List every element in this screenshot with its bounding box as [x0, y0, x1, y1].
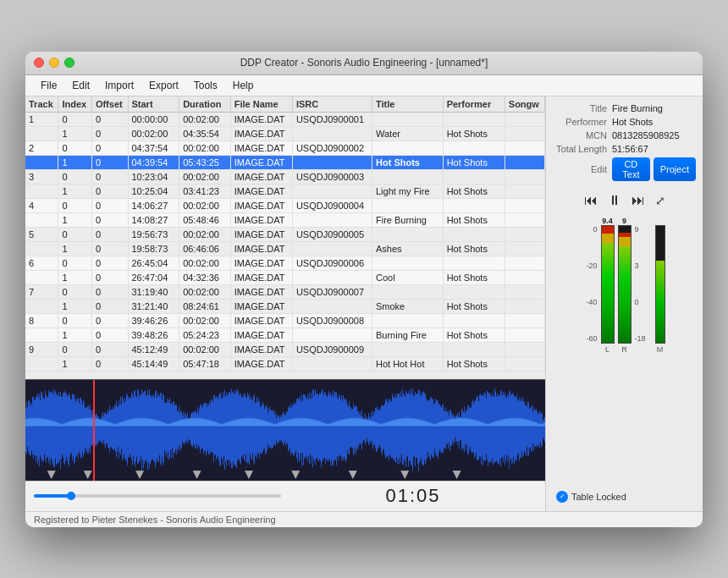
menu-edit[interactable]: Edit: [65, 78, 97, 93]
table-cell: IMAGE.DAT: [230, 313, 292, 328]
table-row[interactable]: 30010:23:0400:02:00IMAGE.DATUSQDJ0900003: [25, 169, 545, 184]
table-cell: [505, 169, 544, 184]
table-cell: [25, 241, 58, 256]
table-cell: Smoke: [372, 299, 444, 313]
table-cell: IMAGE.DAT: [230, 212, 292, 227]
table-cell: IMAGE.DAT: [230, 256, 292, 270]
table-row[interactable]: 90045:12:4900:02:00IMAGE.DATUSQDJ0900009: [25, 342, 545, 356]
table-locked-label: Table Locked: [571, 492, 626, 502]
table-cell: Hot Shots: [372, 155, 444, 169]
table-cell: [443, 342, 505, 356]
table-cell: 05:48:46: [179, 212, 231, 227]
table-row[interactable]: 40014:06:2700:02:00IMAGE.DATUSQDJ0900004: [25, 198, 545, 212]
table-cell: 0: [58, 284, 91, 299]
table-cell: [505, 328, 544, 342]
cdtext-button[interactable]: CD Text: [612, 157, 650, 181]
table-row[interactable]: 1031:21:4008:24:61IMAGE.DATSmokeHot Shot…: [25, 299, 545, 313]
performer-row: Performer Hot Shots: [553, 117, 696, 127]
menu-import[interactable]: Import: [98, 78, 141, 93]
track-table: Track Index Offset Start Duration File N…: [25, 96, 545, 372]
forward-button[interactable]: ⏭: [630, 191, 647, 210]
close-button[interactable]: [34, 58, 44, 68]
table-cell: 0: [91, 256, 128, 270]
peak-R-value: 9: [622, 217, 626, 225]
table-cell: IMAGE.DAT: [230, 184, 292, 198]
table-cell: [25, 299, 58, 313]
table-row[interactable]: 1039:48:2605:24:23IMAGE.DATBurning FireH…: [25, 328, 545, 342]
table-row[interactable]: 60026:45:0400:02:00IMAGE.DATUSQDJ0900006: [25, 256, 545, 270]
table-cell: 7: [25, 284, 58, 299]
table-cell: IMAGE.DAT: [230, 126, 292, 140]
track-table-container[interactable]: Track Index Offset Start Duration File N…: [25, 96, 545, 379]
table-cell: 0: [58, 169, 91, 184]
table-cell: 0: [91, 169, 128, 184]
table-cell: [505, 299, 544, 313]
table-row[interactable]: 1004:39:5405:43:25IMAGE.DATHot ShotsHot …: [25, 155, 545, 169]
table-cell: Water: [372, 126, 444, 140]
minimize-button[interactable]: [49, 58, 59, 68]
table-cell: 04:37:54: [128, 140, 179, 155]
waveform-display[interactable]: [25, 379, 545, 481]
total-length-value: 51:56:67: [612, 144, 648, 154]
table-cell: 0: [91, 155, 128, 169]
table-cell: 5: [25, 227, 58, 241]
menu-export[interactable]: Export: [142, 78, 185, 93]
table-cell: USQDJ0900007: [292, 284, 372, 299]
table-cell: USQDJ0900006: [292, 256, 372, 270]
menu-help[interactable]: Help: [226, 78, 261, 93]
table-row[interactable]: 70031:19:4000:02:00IMAGE.DATUSQDJ0900007: [25, 284, 545, 299]
table-cell: 0: [58, 112, 91, 126]
table-cell: [443, 284, 505, 299]
col-performer: Performer: [443, 96, 505, 113]
table-cell: 14:08:27: [128, 212, 179, 227]
table-row[interactable]: 1000:02:0004:35:54IMAGE.DATWaterHot Shot…: [25, 126, 545, 140]
meter-R-label: R: [621, 345, 627, 354]
table-row[interactable]: 80039:46:2600:02:00IMAGE.DATUSQDJ0900008: [25, 313, 545, 328]
table-cell: [292, 328, 372, 342]
table-row[interactable]: 50019:56:7300:02:00IMAGE.DATUSQDJ0900005: [25, 227, 545, 241]
table-cell: 0: [91, 212, 128, 227]
progress-knob[interactable]: [67, 492, 75, 500]
table-cell: Hot Shots: [443, 126, 505, 140]
table-row[interactable]: 1019:58:7306:46:06IMAGE.DATAshesHot Shot…: [25, 241, 545, 256]
table-row[interactable]: 1014:08:2705:48:46IMAGE.DATFire BurningH…: [25, 212, 545, 227]
project-button[interactable]: Project: [654, 157, 696, 181]
table-cell: [372, 227, 444, 241]
table-cell: 6: [25, 256, 58, 270]
meter-L-label: L: [605, 345, 609, 354]
table-cell: [25, 184, 58, 198]
table-cell: IMAGE.DAT: [230, 155, 292, 169]
table-cell: 06:46:06: [179, 241, 231, 256]
table-cell: 00:00:00: [128, 112, 179, 126]
table-cell: [292, 241, 372, 256]
main-content: Track Index Offset Start Duration File N…: [25, 96, 703, 511]
fullscreen-button[interactable]: [64, 58, 74, 68]
table-cell: 04:39:54: [128, 155, 179, 169]
crop-button[interactable]: ⤢: [654, 192, 667, 209]
table-row[interactable]: 1026:47:0404:32:36IMAGE.DATCoolHot Shots: [25, 270, 545, 284]
table-cell: 04:32:36: [179, 270, 231, 284]
table-cell: [372, 342, 444, 356]
table-cell: 0: [91, 299, 128, 313]
titlebar: DDP Creator - Sonoris Audio Engineering …: [25, 52, 703, 75]
col-isrc: ISRC: [292, 96, 372, 113]
table-row[interactable]: 10000:00:0000:02:00IMAGE.DATUSQDJ0900001: [25, 112, 545, 126]
menu-file[interactable]: File: [34, 78, 63, 93]
table-row[interactable]: 20004:37:5400:02:00IMAGE.DATUSQDJ0900002: [25, 140, 545, 155]
table-row[interactable]: 1010:25:0403:41:23IMAGE.DATLight my Fire…: [25, 184, 545, 198]
table-cell: IMAGE.DAT: [230, 198, 292, 212]
progress-bar[interactable]: [34, 494, 281, 498]
table-cell: IMAGE.DAT: [230, 328, 292, 342]
table-cell: 00:02:00: [128, 126, 179, 140]
table-cell: [372, 313, 444, 328]
table-locked-row: ✓ Table Locked: [553, 489, 696, 504]
rewind-button[interactable]: ⏮: [582, 191, 599, 210]
table-cell: [505, 284, 544, 299]
pause-button[interactable]: ⏸: [606, 191, 623, 210]
table-cell: 1: [58, 241, 91, 256]
menubar: File Edit Import Export Tools Help: [25, 75, 703, 96]
table-cell: 0: [91, 270, 128, 284]
table-row[interactable]: 1045:14:4905:47:18IMAGE.DATHot Hot HotHo…: [25, 356, 545, 371]
menu-tools[interactable]: Tools: [187, 78, 224, 93]
table-cell: 10:25:04: [128, 184, 179, 198]
